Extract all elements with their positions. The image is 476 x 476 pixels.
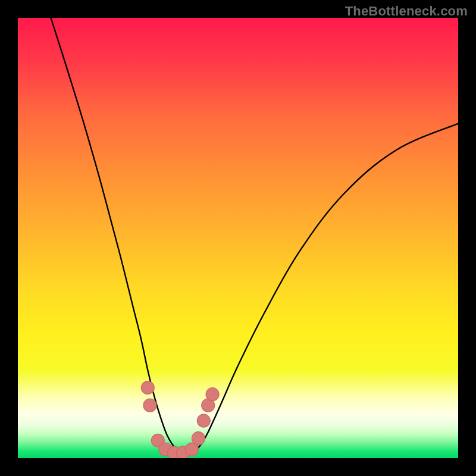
marker-dot <box>192 432 205 445</box>
marker-dot <box>206 388 219 401</box>
marker-dot <box>141 381 154 394</box>
curve-layer <box>18 18 458 458</box>
bottleneck-curve <box>51 18 459 454</box>
plot-area <box>18 18 458 458</box>
watermark-text: TheBottleneck.com <box>345 4 468 19</box>
marker-dot <box>143 399 156 412</box>
marker-dot <box>197 414 210 427</box>
chart-frame: TheBottleneck.com <box>0 0 476 476</box>
